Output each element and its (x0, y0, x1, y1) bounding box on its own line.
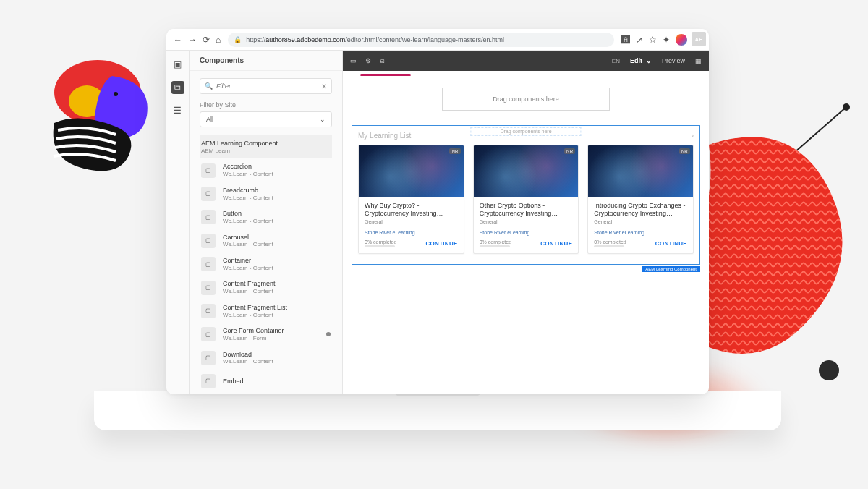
star-icon[interactable]: ☆ (649, 35, 657, 45)
component-item[interactable]: ▢Content FragmentWe.Learn - Content (200, 276, 332, 299)
continue-button[interactable]: CONTINUE (425, 240, 457, 247)
component-name: Button (223, 210, 331, 218)
component-item[interactable]: ▢CarouselWe.Learn - Content (200, 229, 332, 252)
share-icon[interactable]: ↗ (636, 35, 643, 45)
active-tab-indicator (360, 74, 411, 76)
forward-icon[interactable]: → (188, 35, 197, 45)
status-badge: NR (564, 148, 575, 154)
filter-by-site-label: Filter by Site (200, 101, 332, 109)
component-item[interactable]: ▢ButtonWe.Learn - Content (200, 205, 332, 229)
progress-text: 0% completed (365, 239, 418, 244)
component-item[interactable]: ▢Core Form ContainerWe.Learn - Form (200, 323, 332, 346)
component-icon: ▢ (201, 234, 216, 248)
component-group: We.Learn - Content (223, 171, 331, 178)
filter-input[interactable]: 🔍 ✕ (200, 78, 332, 94)
component-group: We.Learn - Content (223, 218, 331, 225)
component-item[interactable]: ▢ContainerWe.Learn - Content (200, 252, 332, 276)
site-selected-value: All (206, 116, 213, 123)
continue-button[interactable]: CONTINUE (540, 240, 572, 247)
svg-point-2 (114, 92, 118, 96)
component-group: We.Learn - Content (223, 288, 331, 295)
home-icon[interactable]: ⌂ (216, 35, 221, 45)
course-thumbnail: NR (588, 145, 693, 197)
edit-mode-button[interactable]: Edit ⌄ (630, 57, 652, 64)
styles-icon[interactable]: ⚙ (365, 57, 371, 65)
component-group: We.Learn - Content (223, 312, 331, 319)
component-icon: ▢ (201, 187, 216, 201)
rail-tree-icon[interactable]: ☰ (171, 104, 184, 117)
drop-area[interactable]: Drag components here (442, 88, 610, 111)
search-icon: 🔍 (205, 82, 213, 90)
component-name: Content Fragment (223, 280, 331, 288)
course-category: General (480, 219, 573, 224)
inner-drop-hint[interactable]: Drag components here (470, 127, 581, 136)
component-name: Container (223, 257, 331, 265)
translate-icon[interactable]: 🅰 (621, 35, 630, 45)
course-author: Stone River eLearning (480, 230, 573, 235)
avatar[interactable] (676, 34, 687, 46)
course-author: Stone River eLearning (594, 230, 687, 235)
component-group: AEM Learn (201, 148, 331, 155)
preview-button[interactable]: Preview (662, 57, 685, 64)
component-icon: ▢ (201, 281, 216, 295)
course-card[interactable]: NRIntroducing Crypto Exchanges - Cryptoc… (587, 145, 694, 254)
component-item[interactable]: ▢Content Fragment ListWe.Learn - Content (200, 299, 332, 323)
url-bar[interactable]: 🔒 https://author859.adobedemo.com/editor… (228, 33, 614, 47)
component-group: We.Learn - Content (223, 265, 331, 272)
devices-icon[interactable]: ⧉ (380, 57, 384, 65)
info-icon (326, 332, 331, 336)
decoration-black-dot (819, 360, 839, 380)
chevron-down-icon: ⌄ (320, 116, 326, 123)
course-card[interactable]: NROther Crypto Options - Cryptocurrency … (473, 145, 579, 254)
progress-bar (365, 245, 395, 247)
component-name: AEM Learning Component (201, 140, 331, 148)
component-group: We.Learn - Form (223, 335, 319, 342)
component-icon: ▢ (201, 210, 216, 224)
course-card[interactable]: NRWhy Buy Crypto? - Cryptocurrency Inves… (358, 145, 464, 254)
component-icon: ▢ (201, 257, 216, 271)
layout-icon[interactable]: ▭ (350, 57, 357, 65)
component-name: Download (223, 351, 331, 359)
course-title: Introducing Crypto Exchanges - Cryptocur… (594, 202, 687, 218)
progress-text: 0% completed (480, 239, 533, 244)
language-indicator[interactable]: EN (612, 58, 620, 64)
learning-component[interactable]: My Learning List Drag components here › … (352, 125, 700, 265)
component-icon: ▢ (201, 327, 216, 341)
laptop-base (94, 391, 781, 430)
reload-icon[interactable]: ⟳ (203, 35, 210, 45)
site-select[interactable]: All ⌄ (200, 111, 332, 127)
status-badge: NR (679, 148, 690, 154)
lock-icon: 🔒 (234, 36, 242, 43)
left-rail: ▣ ⧉ ☰ (166, 51, 190, 394)
course-category: General (594, 219, 687, 224)
component-name: Content Fragment List (223, 304, 331, 312)
component-icon: ▢ (201, 163, 216, 178)
component-icon: ▢ (201, 304, 216, 318)
component-overlay-label: AEM Learning Component (642, 266, 700, 272)
component-item[interactable]: ▢DownloadWe.Learn - Content (200, 346, 332, 370)
component-group: We.Learn - Content (223, 195, 331, 202)
back-icon[interactable]: ← (174, 35, 182, 45)
component-item[interactable]: AEAEM Learning ComponentAEM Learn (200, 135, 332, 158)
rail-components-icon[interactable]: ⧉ (171, 81, 184, 94)
browser-toolbar: ← → ⟳ ⌂ 🔒 https://author859.adobedemo.co… (166, 29, 709, 51)
continue-button[interactable]: CONTINUE (655, 240, 687, 247)
progress-bar (480, 245, 510, 247)
component-icon: ▢ (201, 374, 216, 388)
page-properties-icon[interactable]: ▦ (695, 57, 702, 64)
status-badge: NR (449, 148, 460, 154)
component-item[interactable]: ▢Embed (200, 370, 332, 393)
component-group: We.Learn - Content (223, 358, 331, 365)
progress-bar (594, 245, 624, 247)
component-name: Core Form Container (223, 327, 319, 335)
component-item[interactable]: ▢BreadcrumbWe.Learn - Content (200, 182, 332, 205)
component-icon: ▢ (201, 351, 216, 365)
filter-field[interactable] (216, 82, 318, 90)
component-name: Embed (223, 378, 331, 386)
component-item[interactable]: ▢AccordionWe.Learn - Content (200, 158, 332, 182)
clear-filter-icon[interactable]: ✕ (321, 82, 327, 90)
extensions-icon[interactable]: ✦ (663, 35, 670, 45)
rail-assets-icon[interactable]: ▣ (171, 58, 184, 71)
browser-window: ← → ⟳ ⌂ 🔒 https://author859.adobedemo.co… (166, 29, 709, 394)
carousel-next-icon[interactable]: › (692, 132, 694, 140)
